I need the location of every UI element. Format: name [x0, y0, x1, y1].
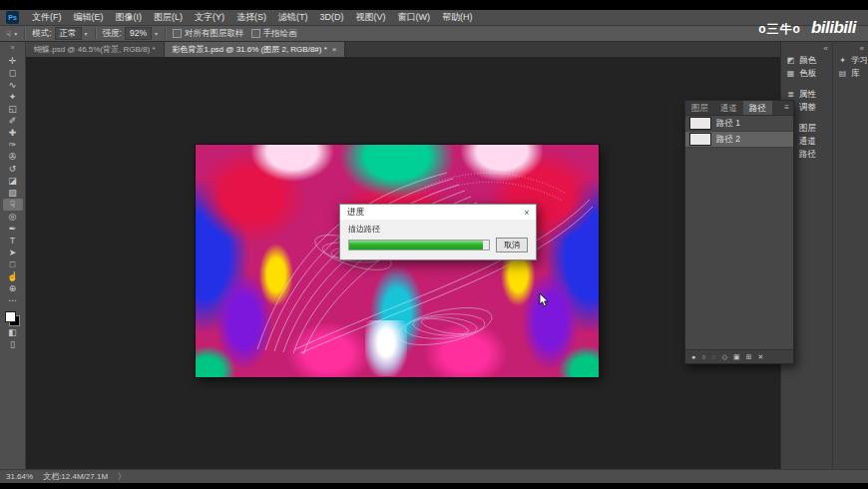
document-tab-label: 蝴蝶.psd @ 46.5%(背景, RGB/8) * [34, 42, 156, 57]
panel-button-learn[interactable]: ✦ 学习 [833, 54, 868, 67]
tool-icon: ✇ [9, 151, 17, 163]
menu-item[interactable]: 滤镜(T) [272, 10, 314, 25]
tool-icon: T [10, 235, 16, 246]
panel-tab[interactable]: 通道 [714, 101, 743, 115]
marquee-tool[interactable]: ◻ [3, 67, 23, 79]
document-canvas[interactable] [196, 145, 599, 377]
tool-icon: ✑ [9, 139, 17, 151]
brush-tool[interactable]: ✑ [3, 139, 23, 151]
tool-icon: ✚ [9, 127, 17, 139]
eraser-tool[interactable]: ◪ [3, 175, 23, 187]
options-divider [24, 28, 25, 39]
delete-path-icon[interactable]: ✕ [758, 353, 764, 361]
menu-item[interactable]: 图层(L) [148, 10, 189, 25]
path-selection-tool[interactable]: ➤ [3, 246, 23, 258]
panel-button-libraries[interactable]: ▤ 库 [833, 67, 868, 80]
menu-item[interactable]: 视图(V) [350, 10, 392, 25]
dialog-close-icon[interactable]: × [518, 208, 536, 218]
eyedropper-tool[interactable]: ✐ [3, 115, 23, 127]
mode-label: 模式: [32, 28, 51, 40]
move-tool[interactable]: ✛ [3, 55, 23, 67]
menu-item[interactable]: 图像(I) [110, 10, 149, 25]
menu-item[interactable]: 窗口(W) [392, 10, 437, 25]
paths-list: 路径 1 路径 2 [685, 116, 793, 349]
menu-item[interactable]: 帮助(H) [436, 10, 479, 25]
finger-painting-checkbox[interactable]: 手指绘画 [251, 28, 297, 40]
stroked-path-art [196, 145, 599, 377]
canvas-pasteboard[interactable] [26, 57, 780, 469]
document-size-info: 文档:12.4M/27.1M [43, 471, 108, 482]
checkbox-icon[interactable] [173, 29, 182, 38]
collapse-panels-icon[interactable]: « [833, 43, 868, 54]
new-path-icon[interactable]: ⊞ [746, 353, 752, 361]
crop-tool[interactable]: ◱ [3, 103, 23, 115]
healing-brush-tool[interactable]: ✚ [3, 127, 23, 139]
sample-all-layers-checkbox[interactable]: 对所有图层取样 [173, 28, 244, 40]
path-row[interactable]: 路径 2 [685, 132, 793, 148]
panel-button-color[interactable]: ◩ 颜色 [781, 54, 832, 67]
make-work-path-icon[interactable]: ◇ [722, 353, 727, 361]
quick-mask-button[interactable]: ◧ [3, 326, 23, 338]
toolbar-collapse-icon[interactable]: » [11, 44, 15, 55]
sample-all-layers-label: 对所有图层取样 [185, 28, 244, 40]
foreground-color-swatch[interactable] [5, 311, 16, 322]
collapse-panels-icon[interactable]: « [781, 43, 832, 54]
panel-tab[interactable]: 路径 [743, 101, 772, 115]
tool-icon: ◎ [9, 211, 17, 223]
hand-tool[interactable]: ☝ [3, 270, 23, 282]
dock-side-column: « ✦ 学习 ▤ 库 [833, 42, 868, 469]
mouse-cursor-icon [539, 292, 550, 308]
tool-icon: ◪ [8, 175, 17, 187]
dialog-title: 进度 [347, 207, 364, 219]
dialog-title-bar[interactable]: 进度 × [340, 205, 536, 220]
screen-mode-button[interactable]: ▯ [3, 338, 23, 350]
panel-label: 图层 [799, 123, 816, 135]
strength-field[interactable]: 强度: 92% ▾ [103, 27, 158, 40]
type-tool[interactable]: T [3, 235, 23, 246]
load-selection-icon[interactable]: ◌ [711, 353, 715, 360]
status-chevron-icon[interactable]: 〉 [118, 471, 126, 482]
zoom-level[interactable]: 31.64% [6, 472, 33, 481]
pen-tool[interactable]: ✒ [3, 223, 23, 235]
menu-item[interactable]: 文字(Y) [189, 10, 230, 25]
panel-icon: ✦ [838, 56, 847, 65]
panel-icon: ◩ [786, 56, 795, 65]
options-divider [95, 28, 96, 39]
checkbox-icon[interactable] [251, 29, 260, 38]
edit-toolbar-button[interactable]: ⋯ [3, 294, 23, 306]
strength-value[interactable]: 92% [125, 27, 152, 40]
panel-tab[interactable]: 图层 [685, 101, 714, 115]
panel-button-swatches[interactable]: ▦ 色板 [781, 67, 832, 80]
dodge-tool[interactable]: ◎ [3, 211, 23, 223]
path-name: 路径 2 [716, 134, 740, 146]
history-brush-tool[interactable]: ↺ [3, 163, 23, 175]
quick-selection-tool[interactable]: ✦ [3, 91, 23, 103]
clone-stamp-tool[interactable]: ✇ [3, 151, 23, 163]
document-tab[interactable]: 彩色背景1.psd @ 31.6% (图层 2, RGB/8#) * × [165, 42, 346, 57]
smudge-tool[interactable]: ☟ [3, 199, 23, 211]
mode-value[interactable]: 正常 [55, 27, 82, 40]
letterbox-bottom [0, 483, 868, 489]
lasso-tool[interactable]: ∿ [3, 79, 23, 91]
document-tab[interactable]: 蝴蝶.psd @ 46.5%(背景, RGB/8) * [26, 42, 165, 57]
fill-path-icon[interactable]: ● [691, 353, 695, 360]
zoom-tool[interactable]: ⊕ [3, 282, 23, 294]
panel-label: 调整 [799, 102, 816, 114]
menu-item[interactable]: 文件(F) [26, 10, 68, 25]
panel-menu-icon[interactable]: ≡ [784, 101, 793, 115]
tool-preset-picker[interactable]: ☟ ▾ [6, 29, 17, 39]
panel-icon: ≣ [786, 90, 795, 99]
blend-mode-select[interactable]: 模式: 正常 ▾ [32, 27, 87, 40]
menu-item[interactable]: 编辑(E) [68, 10, 110, 25]
gradient-tool[interactable]: ▨ [3, 187, 23, 199]
shape-tool[interactable]: □ [3, 258, 23, 270]
add-mask-icon[interactable]: ▣ [733, 353, 740, 361]
path-row[interactable]: 路径 1 [685, 116, 793, 132]
stroke-path-icon[interactable]: ○ [701, 353, 705, 360]
menu-item[interactable]: 选择(S) [230, 10, 272, 25]
progress-dialog: 进度 × 描边路径 取消 [339, 204, 537, 260]
menu-item[interactable]: 3D(D) [314, 10, 350, 25]
tab-close-icon[interactable]: × [332, 42, 337, 57]
options-bar: ☟ ▾ 模式: 正常 ▾ 强度: 92% ▾ 对所有图层取样 手指绘画 [0, 26, 868, 42]
cancel-button[interactable]: 取消 [496, 238, 528, 252]
